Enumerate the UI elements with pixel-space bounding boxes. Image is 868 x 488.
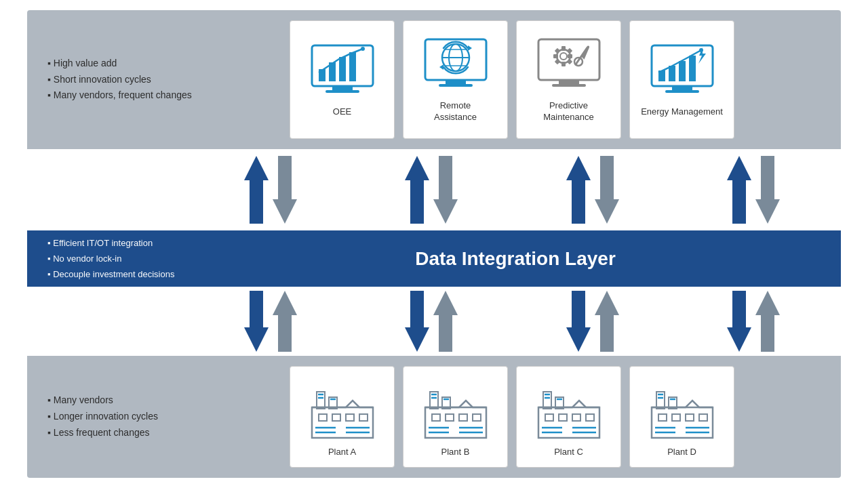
arrow-up-blue-3 bbox=[566, 156, 591, 224]
arrows-bottom-group bbox=[183, 291, 841, 352]
plant-c-label: Plant C bbox=[554, 447, 583, 457]
svg-rect-23 bbox=[561, 46, 566, 51]
remote-assistance-icon bbox=[422, 36, 490, 94]
svg-rect-27 bbox=[554, 48, 559, 54]
oee-icon bbox=[309, 42, 376, 100]
middle-bullet-3: Decouple investment decisions bbox=[47, 266, 197, 282]
svg-rect-1 bbox=[332, 86, 353, 90]
svg-rect-10 bbox=[439, 84, 473, 87]
top-bullet-1: High value add bbox=[47, 56, 197, 72]
svg-point-7 bbox=[361, 47, 365, 51]
svg-rect-75 bbox=[545, 414, 553, 421]
arrow-down-gray-3 bbox=[595, 156, 619, 224]
arrow-up-gray-3 bbox=[595, 291, 619, 352]
svg-rect-38 bbox=[689, 56, 696, 81]
svg-rect-24 bbox=[561, 62, 566, 66]
svg-rect-90 bbox=[672, 414, 680, 421]
svg-rect-37 bbox=[679, 61, 686, 81]
predictive-maintenance-icon bbox=[535, 36, 603, 94]
energy-management-icon bbox=[648, 42, 716, 100]
plant-b-label: Plant B bbox=[441, 447, 470, 457]
svg-rect-29 bbox=[554, 59, 559, 64]
app-card-remote[interactable]: RemoteAssistance bbox=[403, 20, 508, 139]
arrows-bottom-section bbox=[27, 287, 841, 356]
top-section: High value add Short innovation cycles M… bbox=[27, 10, 841, 149]
app-card-oee[interactable]: OEE bbox=[290, 20, 395, 139]
arrow-pair-1 bbox=[244, 156, 297, 224]
arrow-up-gray-1 bbox=[273, 291, 297, 352]
app-card-energy[interactable]: Energy Management bbox=[629, 20, 734, 139]
bottom-cards: Plant A bbox=[197, 366, 827, 468]
top-bullet-2: Short innovation cycles bbox=[47, 72, 197, 88]
svg-marker-16 bbox=[468, 45, 472, 51]
svg-rect-28 bbox=[566, 48, 572, 54]
plant-card-c[interactable]: Plant C bbox=[516, 366, 621, 468]
svg-rect-50 bbox=[359, 414, 368, 421]
arrow-pair-b4 bbox=[727, 291, 780, 352]
svg-rect-49 bbox=[346, 414, 354, 421]
middle-bullet-1: Efficient IT/OT integration bbox=[47, 235, 197, 251]
svg-rect-30 bbox=[566, 59, 572, 64]
svg-rect-6 bbox=[349, 52, 356, 81]
svg-rect-89 bbox=[658, 414, 667, 421]
arrow-down-gray-4 bbox=[755, 156, 780, 224]
svg-rect-64 bbox=[473, 414, 481, 421]
svg-rect-33 bbox=[672, 86, 692, 90]
svg-rect-78 bbox=[586, 414, 594, 421]
svg-rect-5 bbox=[339, 57, 346, 81]
plant-a-icon bbox=[309, 377, 376, 441]
svg-rect-19 bbox=[559, 80, 579, 84]
plant-card-d[interactable]: Plant D bbox=[629, 366, 734, 468]
svg-rect-25 bbox=[553, 54, 558, 58]
arrow-pair-b3 bbox=[566, 291, 619, 352]
plant-d-label: Plant D bbox=[667, 447, 696, 457]
plant-c-icon bbox=[535, 377, 603, 441]
bottom-bullet-1: Many vendors bbox=[47, 392, 197, 409]
data-integration-layer-title: Data Integration Layer bbox=[210, 248, 821, 270]
middle-left-text: Efficient IT/OT integration No vendor lo… bbox=[47, 235, 197, 283]
arrows-top-group bbox=[183, 156, 841, 224]
energy-label: Energy Management bbox=[641, 106, 723, 118]
arrow-pair-b1 bbox=[244, 291, 297, 352]
plant-card-b[interactable]: Plant B bbox=[403, 366, 508, 468]
arrow-up-gray-4 bbox=[755, 291, 780, 352]
bottom-bullet-2: Longer innovation cycles bbox=[47, 409, 197, 425]
arrow-down-blue-2 bbox=[405, 291, 429, 352]
arrow-down-blue-3 bbox=[566, 291, 591, 352]
plant-card-a[interactable]: Plant A bbox=[290, 366, 395, 468]
main-diagram: High value add Short innovation cycles M… bbox=[27, 10, 841, 478]
bottom-left-text: Many vendors Longer innovation cycles Le… bbox=[41, 392, 197, 441]
arrow-down-gray-2 bbox=[433, 156, 458, 224]
svg-rect-92 bbox=[699, 414, 707, 421]
app-card-predictive[interactable]: PredictiveMaintenance bbox=[516, 20, 621, 139]
arrow-down-blue-4 bbox=[727, 291, 751, 352]
middle-bullet-2: No vendor lock-in bbox=[47, 251, 197, 266]
top-left-text: High value add Short innovation cycles M… bbox=[41, 56, 197, 104]
arrow-pair-4 bbox=[727, 156, 780, 224]
predictive-label: PredictiveMaintenance bbox=[543, 100, 593, 123]
svg-rect-9 bbox=[446, 80, 466, 84]
svg-rect-2 bbox=[326, 90, 359, 93]
arrows-top-section bbox=[27, 149, 841, 230]
bottom-bullet-3: Less frequent changes bbox=[47, 425, 197, 441]
middle-section: Efficient IT/OT integration No vendor lo… bbox=[27, 230, 841, 287]
svg-rect-48 bbox=[332, 414, 340, 421]
bottom-section: Many vendors Longer innovation cycles Le… bbox=[27, 356, 841, 478]
top-cards: OEE bbox=[197, 20, 827, 139]
arrow-down-blue-1 bbox=[244, 291, 269, 352]
arrow-pair-2 bbox=[405, 156, 458, 224]
top-bullet-3: Many vendors, frequent changes bbox=[47, 87, 197, 104]
arrow-pair-b2 bbox=[405, 291, 458, 352]
svg-rect-47 bbox=[319, 414, 327, 421]
svg-rect-26 bbox=[568, 54, 572, 58]
svg-rect-76 bbox=[559, 414, 567, 421]
svg-rect-34 bbox=[665, 90, 699, 93]
arrow-up-blue-2 bbox=[405, 156, 429, 224]
remote-label: RemoteAssistance bbox=[434, 100, 477, 123]
arrow-up-blue-1 bbox=[244, 156, 269, 224]
arrow-up-gray-2 bbox=[433, 291, 458, 352]
svg-rect-63 bbox=[459, 414, 467, 421]
plant-b-icon bbox=[422, 377, 490, 441]
plant-d-icon bbox=[648, 377, 716, 441]
svg-marker-17 bbox=[439, 64, 443, 70]
